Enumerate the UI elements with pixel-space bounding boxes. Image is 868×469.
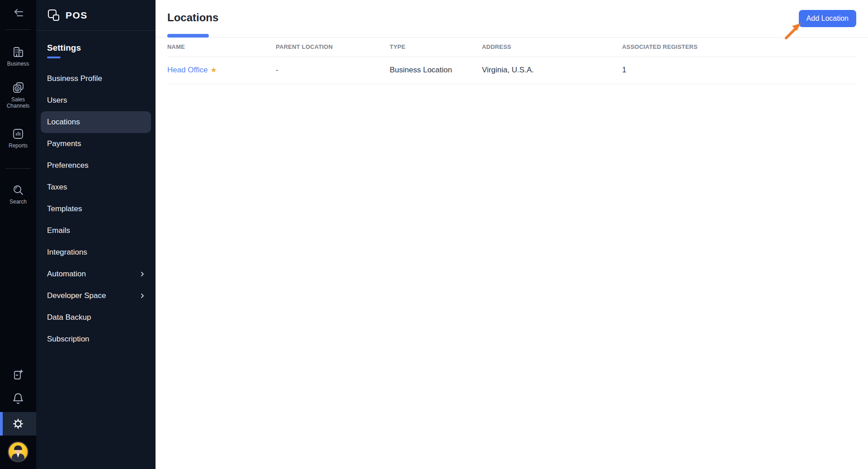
collapse-sidebar-icon xyxy=(11,7,25,21)
nav-item-subscription[interactable]: Subscription xyxy=(36,328,156,350)
rail-divider xyxy=(5,168,31,169)
table-header-row: NAME PARENT LOCATION TYPE ADDRESS ASSOCI… xyxy=(167,38,856,57)
sidebar-item-search[interactable]: Search xyxy=(5,183,31,205)
nav-item-locations[interactable]: Locations xyxy=(41,111,151,133)
rail-item-label: Sales Channels xyxy=(5,97,31,109)
column-header-name: NAME xyxy=(167,38,276,57)
sidebar-item-business[interactable]: Business xyxy=(5,45,31,67)
settings-gear-button[interactable] xyxy=(0,412,36,436)
cell-parent-location: - xyxy=(276,57,390,84)
table-row: Head Office★ - Business Location Virgini… xyxy=(167,57,856,84)
nav-item-preferences[interactable]: Preferences xyxy=(36,155,156,176)
location-name-link[interactable]: Head Office xyxy=(167,66,208,74)
column-header-type: TYPE xyxy=(390,38,482,57)
favorite-star-icon[interactable]: ★ xyxy=(210,66,217,74)
settings-heading: Settings xyxy=(47,43,156,53)
main-header: Locations Add Location xyxy=(156,0,868,38)
nav-item-automation[interactable]: Automation xyxy=(36,263,156,285)
locations-table: NAME PARENT LOCATION TYPE ADDRESS ASSOCI… xyxy=(167,38,856,84)
sales-channels-icon: $ xyxy=(11,81,25,95)
active-tab-indicator xyxy=(167,34,209,38)
cell-type: Business Location xyxy=(390,57,482,84)
app-logo[interactable]: POS xyxy=(36,0,156,31)
user-avatar[interactable] xyxy=(8,441,28,462)
nav-item-developer-space[interactable]: Developer Space xyxy=(36,285,156,307)
main-content: Locations Add Location NAME PARENT LOCAT… xyxy=(156,0,868,469)
rail-item-label: Business xyxy=(7,61,29,67)
nav-item-label: Automation xyxy=(47,270,86,279)
svg-text:$: $ xyxy=(16,87,19,91)
nav-item-label: Subscription xyxy=(47,335,90,344)
nav-item-label: Taxes xyxy=(47,183,67,192)
pos-logo-icon xyxy=(47,9,61,22)
nav-item-business-profile[interactable]: Business Profile xyxy=(36,68,156,90)
nav-item-label: Users xyxy=(47,96,67,105)
icon-rail: Business $ Sales Channels Reports xyxy=(0,0,36,469)
settings-nav: Business Profile Users Locations Payment… xyxy=(36,68,156,350)
business-icon xyxy=(11,45,25,59)
nav-item-templates[interactable]: Templates xyxy=(36,198,156,220)
nav-item-label: Locations xyxy=(47,118,80,127)
sidebar-item-reports[interactable]: Reports xyxy=(5,127,31,149)
nav-item-label: Integrations xyxy=(47,248,87,257)
gear-icon xyxy=(12,417,24,430)
nav-item-label: Templates xyxy=(47,204,82,213)
rail-item-label: Reports xyxy=(9,143,28,149)
nav-item-label: Business Profile xyxy=(47,74,102,83)
nav-item-label: Emails xyxy=(47,226,70,235)
nav-item-users[interactable]: Users xyxy=(36,90,156,111)
notifications-button[interactable] xyxy=(5,392,31,405)
tab-locations[interactable]: Locations xyxy=(167,11,218,24)
sidebar-item-sales-channels[interactable]: $ Sales Channels xyxy=(5,81,31,109)
add-location-button[interactable]: Add Location xyxy=(799,10,856,27)
settings-sidebar: POS Settings Business Profile Users Loca… xyxy=(36,0,156,469)
add-document-icon xyxy=(12,369,24,381)
app-logo-text: POS xyxy=(66,10,88,21)
nav-item-label: Developer Space xyxy=(47,291,106,300)
nav-item-payments[interactable]: Payments xyxy=(36,133,156,155)
reports-icon xyxy=(11,127,25,141)
chevron-right-icon xyxy=(139,293,146,299)
nav-item-label: Payments xyxy=(47,139,81,148)
rail-item-label: Search xyxy=(9,199,27,205)
cell-associated-registers: 1 xyxy=(622,57,856,84)
nav-item-label: Preferences xyxy=(47,161,89,170)
settings-heading-underline xyxy=(47,57,61,58)
cell-address: Virginia, U.S.A. xyxy=(482,57,622,84)
search-icon xyxy=(11,183,25,197)
avatar-hair xyxy=(14,445,22,450)
add-document-button[interactable] xyxy=(5,369,31,381)
chevron-right-icon xyxy=(139,271,146,277)
bell-icon xyxy=(12,392,24,405)
nav-item-data-backup[interactable]: Data Backup xyxy=(36,307,156,328)
nav-item-emails[interactable]: Emails xyxy=(36,220,156,242)
column-header-associated-registers: ASSOCIATED REGISTERS xyxy=(622,38,856,57)
collapse-sidebar-button[interactable] xyxy=(5,7,31,21)
column-header-parent-location: PARENT LOCATION xyxy=(276,38,390,57)
rail-divider xyxy=(5,29,31,30)
nav-item-taxes[interactable]: Taxes xyxy=(36,176,156,198)
nav-item-label: Data Backup xyxy=(47,313,91,322)
cell-name: Head Office★ xyxy=(167,57,276,84)
column-header-address: ADDRESS xyxy=(482,38,622,57)
nav-item-integrations[interactable]: Integrations xyxy=(36,242,156,263)
